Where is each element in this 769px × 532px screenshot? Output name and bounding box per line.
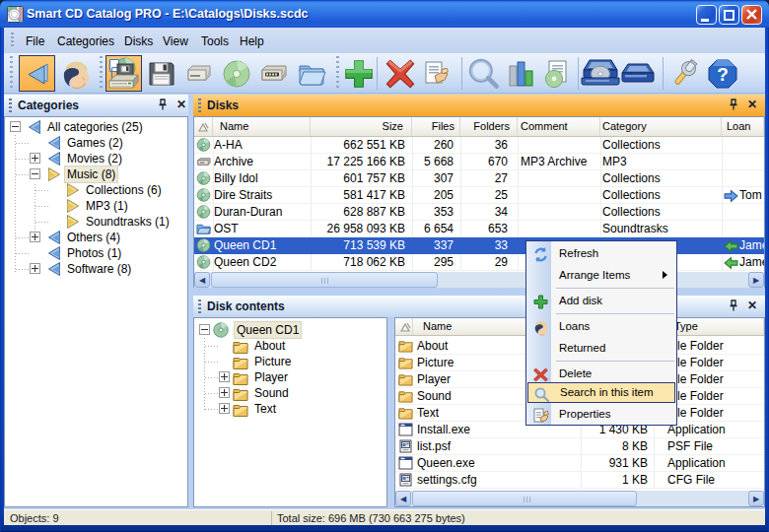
svg-text:?: ? (717, 64, 729, 85)
